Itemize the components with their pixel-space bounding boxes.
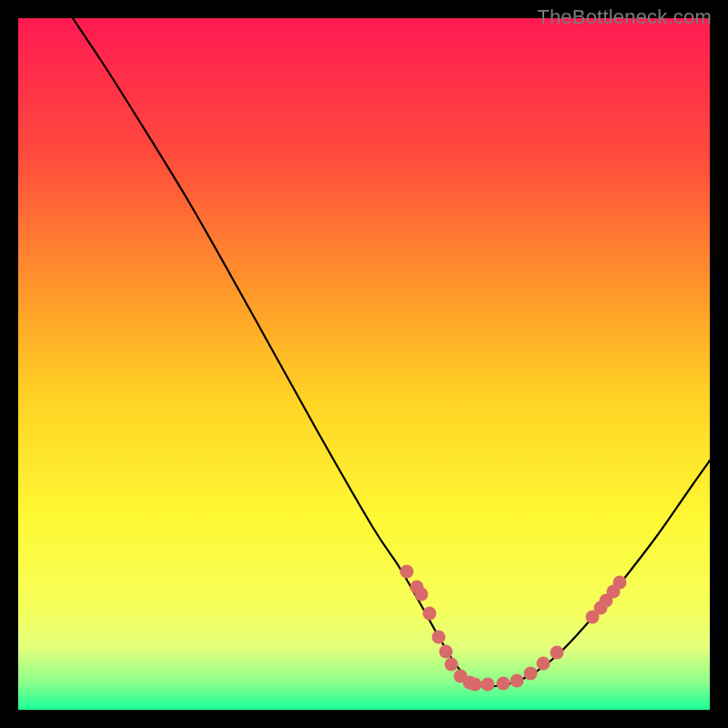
data-dots: [18, 18, 710, 710]
data-point: [537, 657, 551, 671]
data-point: [469, 678, 482, 692]
data-point: [481, 678, 495, 692]
watermark-label: TheBottleneck.com: [537, 5, 712, 29]
data-point: [400, 565, 414, 579]
data-point: [551, 646, 564, 660]
data-point: [524, 667, 538, 681]
data-point: [415, 588, 429, 602]
data-point: [423, 607, 437, 621]
data-point: [613, 576, 627, 590]
data-point: [445, 658, 459, 672]
data-point: [440, 645, 453, 659]
data-point: [432, 631, 446, 644]
data-point: [497, 677, 511, 691]
data-point: [511, 674, 524, 688]
plot-area: [18, 18, 710, 710]
